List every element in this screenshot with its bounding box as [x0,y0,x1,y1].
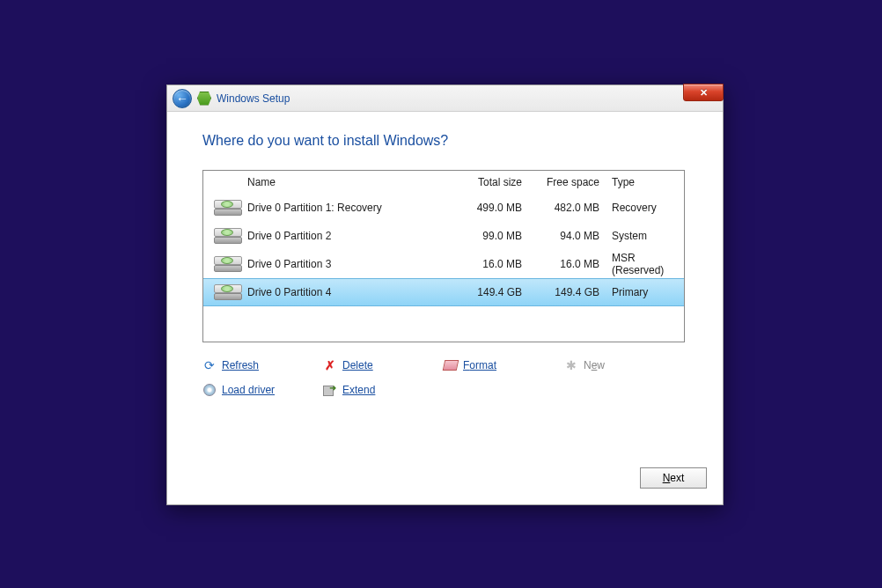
new-icon: ✱ [564,358,578,372]
partition-total: 499.0 MB [443,202,527,214]
table-body: Drive 0 Partition 1: Recovery499.0 MB482… [203,194,684,306]
partition-free: 16.0 MB [527,258,605,270]
extend-icon [323,383,337,397]
disk-icon [203,228,242,244]
format-icon [444,358,458,372]
partition-table: Name Total size Free space Type Drive 0 … [202,170,685,342]
next-button[interactable]: Next [640,467,707,489]
load-driver-action[interactable]: Load driver [202,378,323,402]
refresh-action[interactable]: ⟳ Refresh [202,353,323,378]
close-icon: ✕ [700,87,708,99]
delete-label: Delete [342,359,373,371]
new-action: ✱ New [564,353,685,378]
header-name[interactable]: Name [242,176,443,188]
window-title: Windows Setup [217,92,290,105]
partition-name: Drive 0 Partition 4 [242,286,443,298]
content-area: Where do you want to install Windows? Na… [167,112,723,402]
extend-label: Extend [342,384,375,396]
setup-icon [197,92,211,106]
partition-type: MSR (Reserved) [605,252,684,276]
partition-name: Drive 0 Partition 3 [242,258,443,270]
table-row[interactable]: Drive 0 Partition 316.0 MB16.0 MBMSR (Re… [203,250,684,278]
delete-action[interactable]: ✗ Delete [323,353,444,378]
delete-icon: ✗ [323,358,337,372]
table-row[interactable]: Drive 0 Partition 1: Recovery499.0 MB482… [203,194,684,222]
partition-free: 94.0 MB [527,230,605,242]
refresh-label: Refresh [222,359,259,371]
table-header: Name Total size Free space Type [203,171,684,194]
table-row[interactable]: Drive 0 Partition 4149.4 GB149.4 GBPrima… [203,278,684,306]
partition-total: 149.4 GB [443,286,527,298]
actions-row: ⟳ Refresh ✗ Delete Format ✱ New Load dri… [202,353,685,402]
disk-icon [203,284,242,300]
format-label: Format [463,359,496,371]
partition-name: Drive 0 Partition 2 [242,230,443,242]
titlebar: ← Windows Setup ✕ [167,85,723,112]
extend-action[interactable]: Extend [323,378,444,402]
partition-total: 16.0 MB [443,258,527,270]
partition-type: Primary [605,286,684,298]
page-heading: Where do you want to install Windows? [202,133,687,149]
back-button[interactable]: ← [173,89,192,108]
header-free-space[interactable]: Free space [527,176,605,188]
partition-type: System [605,230,684,242]
partition-total: 99.0 MB [443,230,527,242]
cd-icon [202,383,217,397]
back-arrow-icon: ← [176,92,188,105]
partition-free: 149.4 GB [527,286,605,298]
load-driver-label: Load driver [222,384,275,396]
new-label: New [584,359,605,371]
setup-window: ← Windows Setup ✕ Where do you want to i… [166,85,724,505]
disk-icon [203,256,242,272]
partition-name: Drive 0 Partition 1: Recovery [242,202,443,214]
partition-type: Recovery [605,202,684,214]
format-action[interactable]: Format [444,353,564,378]
disk-icon [203,200,242,216]
header-type[interactable]: Type [605,176,684,188]
header-total-size[interactable]: Total size [443,176,527,188]
partition-free: 482.0 MB [527,202,605,214]
refresh-icon: ⟳ [202,358,217,372]
table-row[interactable]: Drive 0 Partition 299.0 MB94.0 MBSystem [203,222,684,250]
close-button[interactable]: ✕ [683,84,724,101]
